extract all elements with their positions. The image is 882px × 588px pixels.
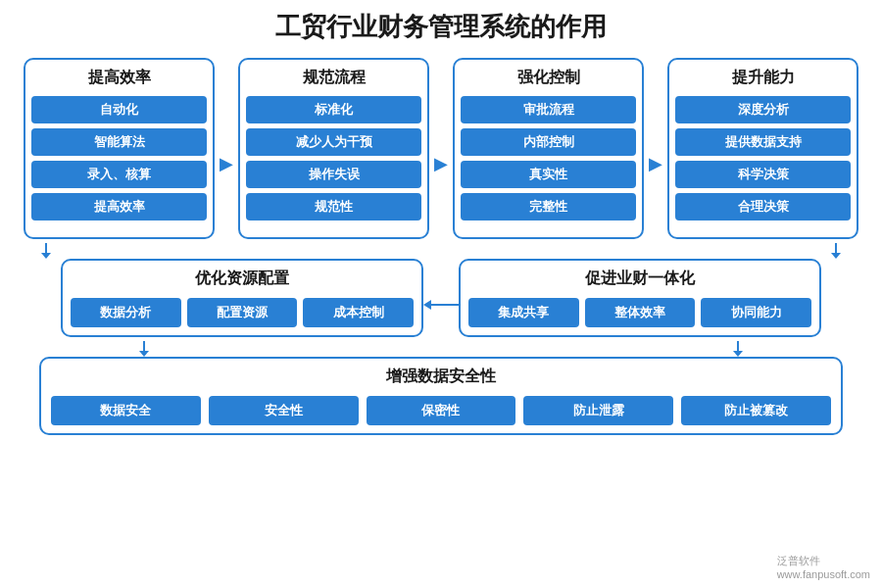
top-box-2: 规范流程 标准化 减少人为干预 操作失误 规范性 bbox=[238, 58, 429, 239]
bottom-item-4: 防止被篡改 bbox=[681, 396, 831, 425]
left-arrow-svg bbox=[423, 296, 459, 314]
mid-right-items: 集成共享 整体效率 协同能力 bbox=[468, 298, 811, 327]
svg-marker-5 bbox=[423, 300, 431, 310]
mid-left-item-2: 成本控制 bbox=[303, 298, 414, 327]
mid-left-item-0: 数据分析 bbox=[71, 298, 181, 327]
h-arrow-2-3: ▶ bbox=[429, 153, 453, 174]
top-box-3: 强化控制 审批流程 内部控制 真实性 完整性 bbox=[453, 58, 644, 239]
bottom-row: 增强数据安全性 数据安全 安全性 保密性 防止泄露 防止被篡改 bbox=[20, 357, 862, 435]
top-box-1: 提高效率 自动化 智能算法 录入、核算 提高效率 bbox=[24, 58, 215, 239]
top-box-4: 提升能力 深度分析 提供数据支持 科学决策 合理决策 bbox=[667, 58, 858, 239]
mid-left-items: 数据分析 配置资源 成本控制 bbox=[71, 298, 414, 327]
top-box-3-item-0: 审批流程 bbox=[461, 96, 636, 123]
svg-marker-1 bbox=[831, 253, 841, 259]
top-box-4-item-1: 提供数据支持 bbox=[675, 128, 851, 156]
down-arrow-svg-right bbox=[829, 243, 843, 259]
top-box-2-item-2: 操作失误 bbox=[246, 161, 421, 188]
svg-marker-3 bbox=[41, 253, 51, 259]
h-arrow-3-4: ▶ bbox=[644, 153, 667, 174]
mid-box-right: 促进业财一体化 集成共享 整体效率 协同能力 bbox=[459, 259, 821, 337]
top-box-3-item-1: 内部控制 bbox=[461, 128, 636, 156]
bottom-item-1: 安全性 bbox=[209, 396, 359, 425]
top-box-3-item-3: 完整性 bbox=[461, 193, 636, 220]
bottom-item-0: 数据安全 bbox=[51, 396, 201, 425]
top-box-1-item-0: 自动化 bbox=[31, 96, 207, 123]
watermark: 泛普软件 www.fanpusoft.com bbox=[777, 554, 870, 580]
mid-right-item-1: 整体效率 bbox=[585, 298, 696, 327]
mid-right-title: 促进业财一体化 bbox=[585, 269, 695, 289]
bottom-title: 增强数据安全性 bbox=[386, 367, 496, 387]
top-row: 提高效率 自动化 智能算法 录入、核算 提高效率 ▶ 规范流程 标准化 减少人为… bbox=[20, 58, 862, 239]
middle-row: 优化资源配置 数据分析 配置资源 成本控制 促进业财一体化 集成共享 bbox=[20, 259, 862, 337]
top-box-1-item-3: 提高效率 bbox=[31, 193, 207, 220]
mid-left-title: 优化资源配置 bbox=[195, 269, 289, 289]
v-arrow-right bbox=[829, 243, 843, 259]
bottom-item-2: 保密性 bbox=[367, 396, 516, 425]
v-arrow-left bbox=[39, 243, 53, 259]
top-box-3-title: 强化控制 bbox=[517, 68, 580, 88]
top-box-4-title: 提升能力 bbox=[732, 68, 795, 88]
h-arrow-1-2: ▶ bbox=[215, 153, 238, 174]
top-box-2-item-1: 减少人为干预 bbox=[246, 128, 421, 156]
mid-h-arrow bbox=[423, 296, 459, 314]
top-box-4-item-0: 深度分析 bbox=[675, 96, 851, 123]
down-arrow-mid-left bbox=[137, 341, 151, 357]
bottom-item-3: 防止泄露 bbox=[523, 396, 673, 425]
top-box-1-item-1: 智能算法 bbox=[31, 128, 207, 156]
watermark-line2: www.fanpusoft.com bbox=[777, 568, 870, 580]
top-box-1-item-2: 录入、核算 bbox=[31, 161, 207, 188]
bottom-box: 增强数据安全性 数据安全 安全性 保密性 防止泄露 防止被篡改 bbox=[39, 357, 843, 435]
top-box-2-item-3: 规范性 bbox=[246, 193, 421, 220]
mid-left-item-1: 配置资源 bbox=[187, 298, 298, 327]
bottom-v-arrows bbox=[39, 341, 843, 357]
top-box-4-item-3: 合理决策 bbox=[675, 193, 851, 220]
down-arrow-svg-left bbox=[39, 243, 53, 259]
down-arrow-mid-right bbox=[731, 341, 745, 357]
top-box-4-item-2: 科学决策 bbox=[675, 161, 851, 188]
page-title: 工贸行业财务管理系统的作用 bbox=[275, 10, 607, 44]
mid-box-left: 优化资源配置 数据分析 配置资源 成本控制 bbox=[61, 259, 423, 337]
top-box-2-title: 规范流程 bbox=[303, 68, 366, 88]
diagram-layout: 提高效率 自动化 智能算法 录入、核算 提高效率 ▶ 规范流程 标准化 减少人为… bbox=[20, 58, 862, 435]
mid-right-item-2: 协同能力 bbox=[701, 298, 811, 327]
top-box-2-item-0: 标准化 bbox=[246, 96, 421, 123]
watermark-line1: 泛普软件 bbox=[777, 554, 870, 568]
top-box-3-item-2: 真实性 bbox=[461, 161, 636, 188]
bottom-items: 数据安全 安全性 保密性 防止泄露 防止被篡改 bbox=[51, 396, 831, 425]
top-box-1-title: 提高效率 bbox=[88, 68, 151, 88]
mid-right-item-0: 集成共享 bbox=[468, 298, 579, 327]
